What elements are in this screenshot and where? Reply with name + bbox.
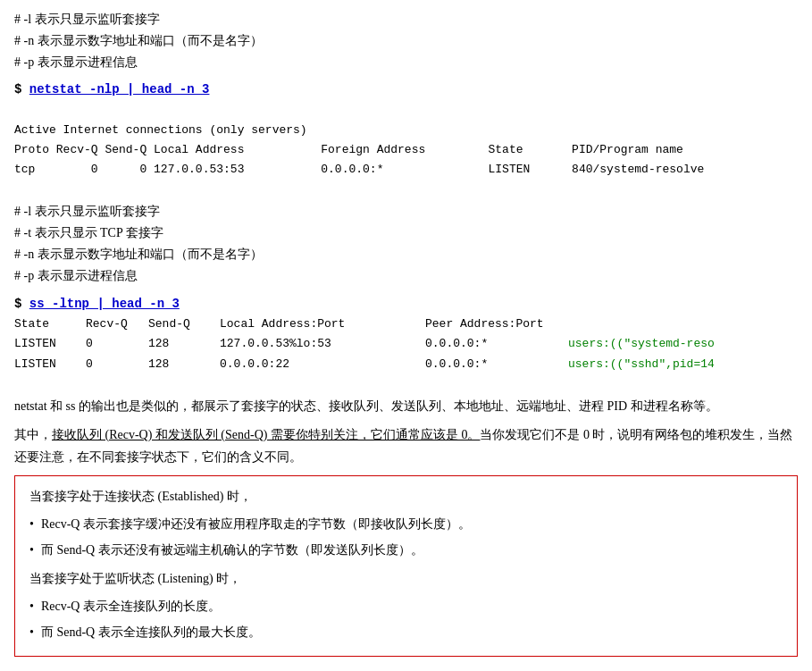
- bullet-listening-2: • 而 Send-Q 表示全连接队列的最大长度。: [29, 621, 783, 643]
- bullet-listening-1-text: Recv-Q 表示全连接队列的长度。: [41, 595, 221, 617]
- desc2-para: 其中，接收队列 (Recv-Q) 和发送队列 (Send-Q) 需要你特别关注，…: [14, 424, 798, 468]
- netstat-comment-3: # -p 表示显示进程信息: [14, 52, 798, 73]
- bullet-dot-2: •: [29, 539, 34, 561]
- bullet-dot-4: •: [29, 621, 34, 643]
- ss-comment-4: # -p 表示显示进程信息: [14, 265, 798, 287]
- ss-row-2: LISTEN0128 0.0.0.0:22 0.0.0.0:* users:((…: [14, 355, 798, 374]
- netstat-command-text: netstat -nlp | head -n 3: [29, 82, 210, 96]
- ss-comment-2: # -t 表示只显示 TCP 套接字: [14, 222, 798, 244]
- netstat-output-block: Active Internet connections (only server…: [14, 101, 798, 180]
- box-established-label: 当套接字处于连接状态 (Established) 时，: [29, 485, 783, 507]
- ss-comment-1: # -l 表示只显示监听套接字: [14, 201, 798, 222]
- bullet-established-1: • Recv-Q 表示套接字缓冲还没有被应用程序取走的字节数（即接收队列长度）。: [29, 513, 783, 535]
- netstat-comment-1: # -l 表示只显示监听套接字: [14, 9, 798, 30]
- bullet-dot-1: •: [29, 513, 34, 535]
- bullet-dot-3: •: [29, 595, 34, 617]
- desc1-para: netstat 和 ss 的输出也是类似的，都展示了套接字的状态、接收队列、发送…: [14, 395, 798, 417]
- ss-comments-section: # -l 表示只显示监听套接字 # -t 表示只显示 TCP 套接字 # -n …: [14, 201, 798, 286]
- netstat-data-row: tcp 0 0 127.0.0.53:53 0.0.0.0:* LISTEN 8…: [14, 163, 704, 176]
- netstat-command-line: $ netstat -nlp | head -n 3: [14, 80, 798, 101]
- netstat-prompt: $: [14, 82, 29, 96]
- bullet-established-2: • 而 Send-Q 表示还没有被远端主机确认的字节数（即发送队列长度）。: [29, 539, 783, 561]
- bullet-established-2-text: 而 Send-Q 表示还没有被远端主机确认的字节数（即发送队列长度）。: [41, 539, 423, 561]
- bullet-established-1-text: Recv-Q 表示套接字缓冲还没有被应用程序取走的字节数（即接收队列长度）。: [41, 513, 471, 535]
- desc2-link: 接收队列 (Recv-Q) 和发送队列 (Send-Q) 需要你特别关注，它们通…: [52, 428, 480, 441]
- bullet-listening-1: • Recv-Q 表示全连接队列的长度。: [29, 595, 783, 617]
- ss-row-1: LISTEN0128 127.0.0.53%lo:53 0.0.0.0:* us…: [14, 334, 798, 354]
- box-listening-label: 当套接字处于监听状态 (Listening) 时，: [29, 567, 783, 590]
- ss-output-block: StateRecv-QSend-Q Local Address:Port Pee…: [14, 315, 798, 373]
- ss-prompt: $: [14, 297, 29, 311]
- ss-command-line: $ ss -ltnp | head -n 3: [14, 294, 798, 315]
- ss-command-text: ss -ltnp | head -n 3: [29, 297, 180, 311]
- ss-cols-line: StateRecv-QSend-Q Local Address:Port Pee…: [14, 315, 798, 334]
- netstat-comments-section: # -l 表示只显示监听套接字 # -n 表示显示数字地址和端口（而不是名字） …: [14, 9, 798, 72]
- desc2-pre: 其中，: [14, 428, 52, 441]
- netstat-cols-line: Proto Recv-Q Send-Q Local Address Foreig…: [14, 143, 683, 156]
- highlight-box: 当套接字处于连接状态 (Established) 时， • Recv-Q 表示套…: [14, 475, 798, 657]
- ss-comment-3: # -n 表示显示数字地址和端口（而不是名字）: [14, 244, 798, 265]
- bullet-listening-2-text: 而 Send-Q 表示全连接队列的最大长度。: [41, 621, 261, 643]
- netstat-comment-2: # -n 表示显示数字地址和端口（而不是名字）: [14, 30, 798, 52]
- netstat-active-line: Active Internet connections (only server…: [14, 123, 307, 137]
